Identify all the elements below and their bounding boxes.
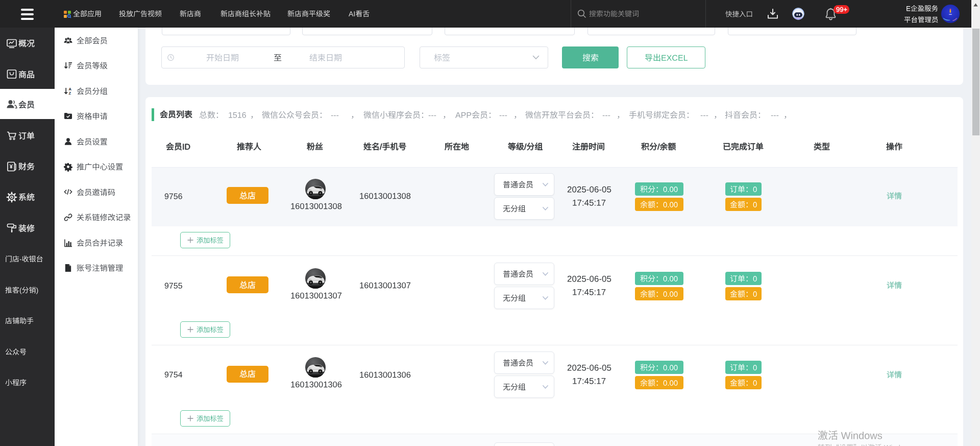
- svg-text:Z: Z: [68, 90, 71, 95]
